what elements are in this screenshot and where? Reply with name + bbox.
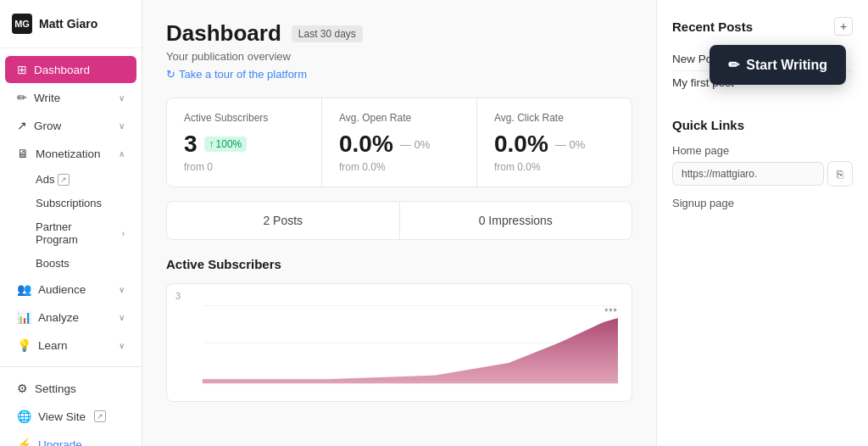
- chevron-icon: ∨: [119, 121, 125, 131]
- tour-link[interactable]: ↻ Take a tour of the platform: [166, 68, 632, 81]
- stat-from: from 0.0%: [339, 161, 459, 173]
- impressions-count: 0 Impressions: [400, 202, 632, 239]
- chart-svg: [181, 298, 618, 387]
- pencil-icon: ✏: [728, 57, 739, 73]
- period-badge: Last 30 days: [292, 25, 363, 42]
- stat-percent: 0.0%: [339, 131, 393, 158]
- sidebar-item-label: Learn: [38, 339, 68, 352]
- stat-from: from 0.0%: [494, 161, 615, 173]
- tour-icon: ↻: [166, 68, 175, 81]
- center-panel: Dashboard Last 30 days Your publication …: [142, 0, 656, 446]
- sidebar-nav: ⊞ Dashboard ✏ Write ∨ ↗ Grow ∨ 🖥 Monetiz…: [0, 48, 142, 366]
- stat-change: — 0%: [555, 138, 585, 151]
- stat-click-rate: Avg. Click Rate 0.0% — 0% from 0.0%: [477, 98, 632, 187]
- start-writing-label: Start Writing: [746, 58, 827, 73]
- posts-impressions: 2 Posts 0 Impressions: [166, 201, 632, 240]
- quick-links-section: Quick Links Home page ⎘ Signup page: [672, 118, 853, 209]
- page-title: Dashboard: [166, 20, 281, 47]
- add-post-button[interactable]: +: [834, 17, 853, 36]
- sidebar-item-label: Grow: [34, 120, 61, 132]
- chevron-icon: ∨: [119, 285, 125, 294]
- sidebar-item-label: View Site: [38, 410, 86, 423]
- sidebar-item-label: Settings: [35, 382, 76, 395]
- user-name: Matt Giaro: [39, 17, 97, 31]
- sidebar-item-label: Upgrade: [38, 438, 82, 447]
- chevron-icon: ∨: [119, 313, 125, 322]
- sidebar-item-learn[interactable]: 💡 Learn ∨: [5, 332, 136, 359]
- dashboard-icon: ⊞: [17, 63, 27, 76]
- write-icon: ✏: [17, 91, 27, 104]
- sidebar-item-label: Monetization: [36, 148, 101, 160]
- home-page-label: Home page: [672, 144, 853, 157]
- sidebar-item-grow[interactable]: ↗ Grow ∨: [5, 112, 136, 139]
- chevron-icon: ∧: [119, 149, 125, 159]
- home-page-input[interactable]: [672, 162, 824, 186]
- stats-row: Active Subscribers 3 ↑ 100% from 0 Avg. …: [166, 98, 632, 187]
- sidebar-item-settings[interactable]: ⚙ Settings: [5, 375, 136, 402]
- external-icon: ↗: [94, 410, 106, 422]
- arrow-up-icon: ↑: [209, 138, 214, 150]
- sidebar-bottom: ⚙ Settings 🌐 View Site ↗ ⚡ Upgrade: [0, 366, 142, 446]
- upgrade-icon: ⚡: [17, 438, 31, 446]
- monetization-icon: 🖥: [17, 147, 29, 160]
- svg-marker-3: [203, 318, 618, 383]
- boosts-label: Boosts: [36, 257, 70, 270]
- svg-point-6: [605, 309, 608, 312]
- stat-from: from 0: [184, 161, 304, 173]
- sidebar-logo[interactable]: MG Matt Giaro: [0, 0, 142, 48]
- quick-links-title: Quick Links: [672, 118, 744, 132]
- grow-icon: ↗: [17, 119, 27, 132]
- sidebar-item-write[interactable]: ✏ Write ∨: [5, 84, 136, 111]
- sidebar-item-label: Write: [34, 92, 60, 104]
- home-page-link: Home page ⎘: [672, 144, 853, 187]
- sidebar-item-label: Audience: [38, 283, 86, 296]
- settings-icon: ⚙: [17, 382, 28, 395]
- partner-program-label: Partner Program: [36, 220, 115, 246]
- stat-badge-green: ↑ 100%: [204, 137, 248, 152]
- sidebar-item-monetization[interactable]: 🖥 Monetization ∧: [5, 140, 136, 167]
- sidebar-sub-subscriptions[interactable]: Subscriptions: [5, 192, 136, 215]
- recent-posts-title: Recent Posts: [672, 20, 753, 34]
- ads-label: Ads: [36, 173, 54, 186]
- sidebar-item-dashboard[interactable]: ⊞ Dashboard: [5, 56, 136, 83]
- sidebar-sub-partner-program[interactable]: Partner Program ›: [5, 215, 136, 251]
- copy-home-page-button[interactable]: ⎘: [827, 161, 853, 187]
- stat-percent: 0.0%: [494, 131, 548, 158]
- stat-open-rate: Avg. Open Rate 0.0% — 0% from 0.0%: [322, 98, 477, 187]
- external-badge: ↗: [58, 174, 70, 186]
- chevron-right-icon: ›: [122, 229, 125, 238]
- stat-active-subscribers: Active Subscribers 3 ↑ 100% from 0: [167, 98, 322, 187]
- sidebar-sub-boosts[interactable]: Boosts: [5, 252, 136, 275]
- stat-label: Avg. Open Rate: [339, 112, 459, 124]
- tour-link-text: Take a tour of the platform: [179, 68, 307, 81]
- logo-icon: MG: [12, 14, 32, 34]
- signup-page-link: Signup page: [672, 197, 853, 209]
- svg-point-4: [609, 309, 612, 312]
- stat-number: 3: [184, 131, 198, 158]
- sidebar-item-view-site[interactable]: 🌐 View Site ↗: [5, 403, 136, 430]
- sidebar: MG Matt Giaro ⊞ Dashboard ✏ Write ∨ ↗ Gr…: [0, 0, 142, 446]
- analyze-icon: 📊: [17, 310, 31, 324]
- learn-icon: 💡: [17, 338, 31, 352]
- stat-change: — 0%: [400, 138, 430, 151]
- dashboard-subtitle: Your publication overview: [166, 50, 632, 63]
- chart-area: 3: [166, 283, 632, 402]
- dashboard-header: Dashboard Last 30 days: [166, 20, 632, 47]
- chevron-icon: ∨: [119, 341, 125, 350]
- chart-y-label: 3: [175, 291, 181, 301]
- sidebar-item-analyze[interactable]: 📊 Analyze ∨: [5, 304, 136, 331]
- chart-title: Active Subscribers: [166, 257, 632, 271]
- stat-label: Avg. Click Rate: [494, 112, 615, 124]
- sidebar-sub-ads[interactable]: Ads ↗: [5, 168, 136, 191]
- chevron-icon: ∨: [119, 93, 125, 103]
- subscriptions-label: Subscriptions: [36, 197, 102, 209]
- view-site-icon: 🌐: [17, 410, 31, 423]
- start-writing-button[interactable]: ✏ Start Writing: [709, 45, 846, 85]
- sidebar-item-label: Dashboard: [34, 64, 90, 76]
- stat-label: Active Subscribers: [184, 112, 304, 124]
- posts-count: 2 Posts: [167, 202, 400, 239]
- sidebar-item-audience[interactable]: 👥 Audience ∨: [5, 276, 136, 303]
- svg-point-5: [614, 309, 616, 312]
- sidebar-item-upgrade[interactable]: ⚡ Upgrade: [5, 431, 136, 446]
- audience-icon: 👥: [17, 282, 31, 296]
